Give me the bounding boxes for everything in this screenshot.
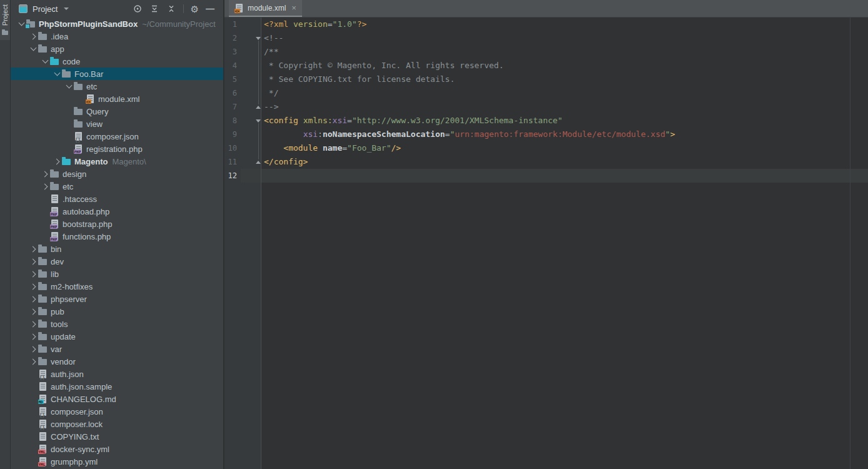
tree-item-functions-php[interactable]: PHPfunctions.php [11,230,223,243]
tree-item-label: bootstrap.php [63,219,113,229]
fold-column [237,86,261,100]
code-line-5[interactable]: 5 * See COPYING.txt for license details. [225,73,868,86]
project-stripe-button[interactable]: Project [0,0,10,40]
tree-item-tools[interactable]: tools [11,318,223,330]
fold-column [237,59,261,73]
tree-item-grumphp-yml[interactable]: YMLgrumphp.yml [11,455,223,468]
hide-toolwindow-button[interactable]: — [206,4,214,13]
tree-item-code[interactable]: code [11,55,223,68]
chevron-expanded-icon[interactable] [18,20,24,26]
chevron-collapsed-icon[interactable] [41,183,48,189]
tree-item-auth-json-sample[interactable]: auth.json.sample [11,380,223,393]
tree-item-view[interactable]: view [11,118,223,130]
folder-icon [38,356,48,366]
code-line-3[interactable]: 3/** [225,45,868,59]
tree-item-composer-json[interactable]: {}composer.json [11,130,223,143]
folder-project-icon [26,19,36,29]
tree-item-bootstrap-php[interactable]: PHPbootstrap.php [11,218,223,230]
chevron-expanded-icon[interactable] [66,83,72,89]
chevron-collapsed-icon[interactable] [29,321,36,327]
fold-column [237,155,261,169]
tree-item-phpserver[interactable]: phpserver [11,293,223,305]
line-number: 3 [225,45,237,59]
tree-item-phpstormpluginsandbox[interactable]: PhpStormPluginSandBox~/CommunityProject [11,18,223,30]
code-text [261,169,264,183]
chevron-expanded-icon[interactable] [54,70,60,76]
fold-column [237,73,261,86]
settings-gear-button[interactable]: ⚙ [191,4,199,14]
chevron-expanded-icon[interactable] [30,45,36,51]
code-line-4[interactable]: 4 * Copyright © Magento, Inc. All rights… [225,59,868,73]
project-tree: PhpStormPluginSandBox~/CommunityProject.… [11,18,223,469]
tree-item-copying-txt[interactable]: COPYING.txt [11,430,223,443]
chevron-collapsed-icon[interactable] [29,346,36,352]
editor-body[interactable]: 1<?xml version="1.0"?>2<!--3/**4 * Copyr… [225,18,868,469]
tree-item-auth-json[interactable]: {}auth.json [11,368,223,380]
chevron-collapsed-icon[interactable] [29,271,36,277]
tree-item-var[interactable]: var [11,343,223,355]
tree-item--htaccess[interactable]: .htaccess [11,193,223,205]
fold-marker-icon[interactable] [256,119,261,123]
chevron-down-icon[interactable] [64,8,69,10]
fold-marker-icon[interactable] [256,37,261,40]
code-line-7[interactable]: 7--> [225,100,868,114]
chevron-collapsed-icon[interactable] [29,283,36,290]
code-line-6[interactable]: 6 */ [225,86,868,100]
tool-window-actions: ⚙ — [133,4,223,14]
tree-item-changelog-md[interactable]: MDCHANGELOG.md [11,393,223,405]
file-yml-icon: YML [38,444,48,454]
tree-item-foo-bar[interactable]: Foo.Bar [11,68,223,80]
tree-item-etc[interactable]: etc [11,180,223,193]
tree-item-docker-sync-yml[interactable]: YMLdocker-sync.yml [11,443,223,455]
code-text: <module name="Foo_Bar"/> [261,141,401,155]
locate-file-button[interactable] [133,4,143,14]
tree-item-magento[interactable]: MagentoMagento\ [11,155,223,168]
tree-item-app[interactable]: app [11,43,223,55]
chevron-collapsed-icon[interactable] [29,333,36,340]
fold-marker-icon[interactable] [256,106,261,109]
tree-item-design[interactable]: design [11,168,223,180]
code-line-10[interactable]: 10 <module name="Foo_Bar"/> [225,141,868,155]
code-line-9[interactable]: 9 xsi:noNamespaceSchemaLocation="urn:mag… [225,128,868,141]
tree-item-label: CHANGELOG.md [51,395,116,404]
tree-item-etc[interactable]: etc [11,80,223,93]
tree-item-composer-lock[interactable]: {}composer.lock [11,418,223,430]
chevron-collapsed-icon[interactable] [29,33,36,39]
tree-item-composer-json[interactable]: {}composer.json [11,405,223,418]
code-line-8[interactable]: 8<config xmlns:xsi="http://www.w3.org/20… [225,114,868,128]
file-text-icon [38,381,48,391]
tree-item-vendor[interactable]: vendor [11,355,223,368]
tree-item-lib[interactable]: lib [11,268,223,280]
chevron-collapsed-icon[interactable] [29,246,36,252]
tree-item-pub[interactable]: pub [11,305,223,318]
collapse-all-button[interactable] [166,4,176,14]
tree-item-module-xml[interactable]: <>module.xml [11,93,223,105]
code-line-2[interactable]: 2<!-- [225,31,868,45]
fold-marker-icon[interactable] [256,161,261,164]
project-view-selector[interactable]: Project [33,4,58,14]
fold-column [237,114,261,128]
expand-all-button[interactable] [149,4,159,14]
chevron-collapsed-icon[interactable] [53,158,59,164]
tab-module-xml[interactable]: <> module.xml × [229,0,302,17]
close-tab-icon[interactable]: × [291,3,296,13]
code-line-12[interactable]: 12 [225,169,868,183]
tree-item-query[interactable]: Query [11,105,223,118]
code-line-11[interactable]: 11</config> [225,155,868,169]
chevron-collapsed-icon[interactable] [29,308,36,315]
tree-item-label: lib [51,270,59,279]
chevron-expanded-icon[interactable] [42,58,48,64]
tree-item-registration-php[interactable]: PHPregistration.php [11,143,223,155]
code-line-1[interactable]: 1<?xml version="1.0"?> [225,18,868,31]
chevron-collapsed-icon[interactable] [29,296,36,302]
file-php-icon: PHP [49,219,59,229]
tree-item--idea[interactable]: .idea [11,30,223,43]
chevron-collapsed-icon[interactable] [41,171,48,177]
tree-item-m2-hotfixes[interactable]: m2-hotfixes [11,280,223,293]
tree-item-bin[interactable]: bin [11,243,223,255]
chevron-collapsed-icon[interactable] [29,358,36,365]
tree-item-update[interactable]: update [11,330,223,343]
tree-item-dev[interactable]: dev [11,255,223,268]
chevron-collapsed-icon[interactable] [29,258,36,265]
tree-item-autoload-php[interactable]: PHPautoload.php [11,205,223,218]
